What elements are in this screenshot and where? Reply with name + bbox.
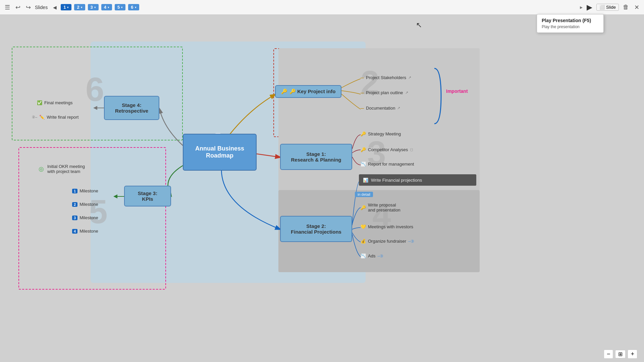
- doc-bullet: –: [361, 105, 364, 112]
- slides-label: Slides: [35, 5, 48, 10]
- stakeholders-bullet: –: [361, 74, 364, 81]
- item-plan-outline[interactable]: – Project plan outline ↗: [361, 89, 408, 96]
- fin-proj-text: Write Financial projections: [371, 178, 422, 183]
- item-write-report[interactable]: ②– ✏️ Write final report: [32, 115, 78, 120]
- proposal-icon: 🔑: [361, 205, 366, 210]
- menu-icon[interactable]: ☰: [3, 2, 11, 12]
- slide-tab-3[interactable]: 3 ▾: [88, 4, 99, 10]
- play-tooltip: Play Presentation (F5) Play the presenta…: [537, 14, 604, 33]
- stage1-label: Stage 1:Research & Planning: [291, 151, 341, 163]
- slide-tab-4[interactable]: 4 ▾: [101, 4, 112, 10]
- okr-text: Initial OKR meetingwith project team: [47, 164, 85, 174]
- kpi-item-2[interactable]: 2 Milestone: [72, 202, 98, 207]
- key-project-node[interactable]: 🔑 🔑 Key Project info: [275, 85, 341, 98]
- meetings-text: Meetings with investors: [368, 224, 413, 229]
- stakeholders-text: Project Stakeholders: [366, 75, 406, 80]
- fundraiser-icon: 💰: [361, 239, 366, 244]
- write-report-icon: ✏️: [39, 115, 45, 120]
- item-okr: ◎ Initial OKR meetingwith project team: [39, 164, 85, 174]
- important-label: Important: [446, 88, 468, 94]
- kpi-num-1: 1: [72, 189, 77, 193]
- strategy-text: Strategy Meeting: [368, 131, 401, 136]
- fit-button[interactable]: ⊞: [615, 350, 626, 358]
- kpi-item-1[interactable]: 1 Milestone: [72, 188, 98, 193]
- meetings-icon: 💛: [361, 224, 366, 229]
- fin-proj-icon: 📊: [363, 178, 368, 183]
- zoom-in-button[interactable]: +: [628, 350, 637, 359]
- competitor-text: Competitor Analyses: [368, 147, 408, 152]
- plan-bullet: –: [361, 89, 364, 96]
- close-icon[interactable]: ✕: [633, 2, 641, 12]
- ads-icon: 📉: [361, 253, 366, 258]
- okr-icon: ◎: [39, 165, 44, 173]
- zoom-out-button[interactable]: −: [604, 350, 613, 359]
- main-node[interactable]: Annual BusinessRoadmap: [183, 134, 257, 171]
- slide-tab-2[interactable]: 2 ▾: [74, 4, 85, 10]
- undo-icon[interactable]: ↩: [14, 2, 22, 12]
- write-report-num: ②–: [32, 115, 37, 119]
- item-fundraiser[interactable]: 💰 Organize fundraiser –③: [361, 239, 414, 244]
- prev-slide-icon[interactable]: ◀: [53, 5, 57, 10]
- stage4-label: Stage 4:Retrospective: [115, 102, 148, 114]
- play-button[interactable]: ▶: [585, 2, 594, 13]
- ads-text: Ads: [368, 253, 375, 258]
- stage2-label: Stage 2:Financial Projections: [291, 223, 341, 235]
- doc-ext: ↗: [397, 106, 400, 110]
- slide-tab-1[interactable]: 1 ▾: [61, 4, 71, 10]
- delete-icon[interactable]: 🗑: [622, 2, 630, 12]
- redo-icon[interactable]: ↪: [24, 2, 32, 12]
- canvas: 1 2 3 4 5 6 Annual BusinessRoadmap Stage…: [0, 15, 644, 362]
- item-competitor[interactable]: 🔑 Competitor Analyses ʊ: [361, 146, 413, 153]
- slide-tab-6[interactable]: 6 ▾: [128, 4, 139, 10]
- tooltip-title: Play Presentation (F5): [542, 18, 599, 23]
- item-proposal[interactable]: 🔑 Write proposaland presentation: [361, 202, 400, 213]
- slide-frame-4: [12, 47, 183, 140]
- item-documentation[interactable]: – Documentation ↗: [361, 105, 400, 112]
- stakeholders-ext: ↗: [408, 75, 411, 80]
- item-meetings[interactable]: 💛 Meetings with investors: [361, 224, 413, 229]
- slide-icon: ⬜: [599, 5, 605, 10]
- in-detail-badge: in detail: [355, 192, 373, 197]
- right-brace-svg: [433, 67, 443, 125]
- proposal-text: Write proposaland presentation: [368, 202, 400, 213]
- toolbar-right: ▸ ▶ ⬜ Slide 🗑 ✕: [580, 2, 641, 13]
- doc-text: Documentation: [366, 106, 395, 111]
- more-icon[interactable]: ▸: [580, 4, 583, 10]
- stage3-node[interactable]: Stage 3:KPIs: [124, 186, 171, 206]
- fundraiser-text: Organize fundraiser: [368, 239, 406, 244]
- kpi-label-2: Milestone: [79, 202, 98, 207]
- stage1-node[interactable]: Stage 1:Research & Planning: [280, 144, 352, 170]
- financial-projections-row[interactable]: 📊 Write Financial projections: [359, 174, 476, 186]
- tooltip-subtitle: Play the presentation: [542, 24, 599, 29]
- competitor-icon: 🔑: [361, 147, 366, 152]
- competitor-extra: ʊ: [410, 146, 413, 153]
- write-report-text: Write final report: [47, 115, 78, 120]
- final-meetings-icon: ✅: [37, 100, 42, 105]
- item-report[interactable]: 📉 Report for management: [361, 162, 414, 167]
- kpi-num-4: 4: [72, 229, 77, 234]
- fundraiser-badge: –③: [408, 239, 414, 244]
- slide-tab-5[interactable]: 5 ▾: [115, 4, 125, 10]
- kpi-label-4: Milestone: [79, 229, 98, 234]
- key-project-icon: 🔑: [281, 88, 287, 95]
- report-text: Report for management: [368, 162, 414, 167]
- item-strategy[interactable]: 🔑 Strategy Meeting: [361, 131, 401, 136]
- kpi-label-1: Milestone: [79, 188, 98, 193]
- plan-text: Project plan outline: [366, 90, 403, 95]
- slide-button[interactable]: ⬜ Slide: [596, 4, 619, 11]
- plan-ext: ↗: [405, 90, 408, 95]
- ads-badge: –③: [377, 254, 383, 258]
- item-ads[interactable]: 📉 Ads –③: [361, 253, 383, 258]
- kpi-item-4[interactable]: 4 Milestone: [72, 229, 98, 234]
- stage2-node[interactable]: Stage 2:Financial Projections: [280, 216, 352, 242]
- key-project-label: 🔑 Key Project info: [289, 88, 335, 95]
- item-stakeholders[interactable]: – Project Stakeholders ↗: [361, 74, 411, 81]
- toolbar: ☰ ↩ ↪ Slides ◀ 1 ▾ 2 ▾ 3 ▾ 4 ▾ 5 ▾ 6 ▾ ▸…: [0, 0, 644, 15]
- kpi-num-2: 2: [72, 202, 77, 207]
- kpi-item-3[interactable]: 3 Milestone: [72, 215, 98, 220]
- main-node-label: Annual BusinessRoadmap: [195, 145, 244, 159]
- kpi-label-3: Milestone: [79, 215, 98, 220]
- report-icon: 📉: [361, 162, 366, 167]
- item-final-meetings[interactable]: ✅ Final meetings: [37, 100, 73, 105]
- stage4-node[interactable]: Stage 4:Retrospective: [104, 96, 159, 120]
